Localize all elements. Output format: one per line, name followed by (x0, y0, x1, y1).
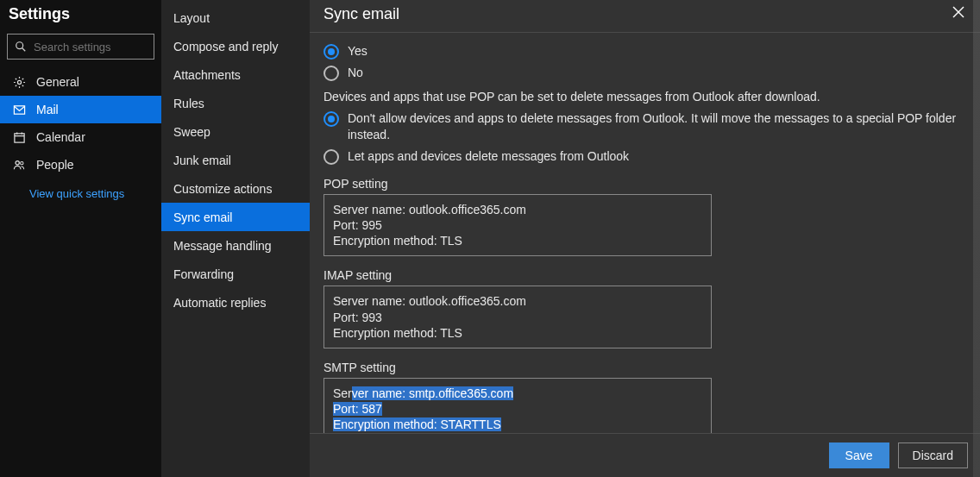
main-title: Sync email (324, 5, 399, 23)
svg-line-1 (22, 48, 26, 52)
radio-yes[interactable]: Yes (324, 43, 966, 60)
close-icon (952, 6, 964, 21)
svg-point-8 (16, 160, 19, 164)
svg-rect-4 (14, 133, 23, 141)
radio-label-pop-allow-delete: Let apps and devices delete messages fro… (348, 148, 629, 165)
nav-label-general: General (36, 75, 79, 89)
pop-description: Devices and apps that use POP can be set… (324, 90, 966, 104)
people-icon (12, 158, 26, 172)
nav-item-general[interactable]: General (0, 68, 161, 96)
mid-item-rules[interactable]: Rules (161, 89, 310, 117)
imap-setting-box: Server name: outlook.office365.com Port:… (324, 286, 712, 348)
footer: Save Discard (310, 433, 980, 477)
smtp-setting-label: SMTP setting (324, 361, 966, 374)
smtp-setting-box[interactable]: Server name: smtp.office365.com Port: 58… (324, 378, 712, 433)
close-button[interactable] (947, 4, 970, 23)
imap-setting-label: IMAP setting (324, 268, 966, 282)
nav-item-people[interactable]: People (0, 151, 161, 179)
radio-label-pop-dont-allow: Don't allow devices and apps to delete m… (348, 110, 966, 143)
smtp-port: Port: 587 (333, 401, 702, 417)
svg-point-9 (20, 161, 22, 164)
radio-icon-checked (324, 44, 339, 60)
radio-no[interactable]: No (324, 65, 966, 81)
pop-port: Port: 995 (333, 217, 702, 233)
radio-icon-checked (324, 111, 339, 127)
mid-item-sweep[interactable]: Sweep (161, 117, 310, 146)
main-body: Yes No Devices and apps that use POP can… (310, 32, 980, 433)
mid-item-layout[interactable]: Layout (161, 3, 310, 32)
nav-item-calendar[interactable]: Calendar (0, 123, 161, 151)
mid-item-automatic-replies[interactable]: Automatic replies (161, 288, 310, 317)
radio-label-no: No (348, 65, 363, 81)
smtp-server: Server name: smtp.office365.com (333, 386, 702, 401)
search-settings-box[interactable] (7, 34, 154, 60)
radio-pop-dont-allow[interactable]: Don't allow devices and apps to delete m… (324, 110, 966, 143)
search-settings-input[interactable] (34, 41, 179, 53)
gear-icon (12, 75, 26, 89)
search-icon (15, 41, 27, 53)
mid-item-sync-email[interactable]: Sync email (161, 203, 310, 231)
mid-item-compose-reply[interactable]: Compose and reply (161, 32, 310, 60)
mid-item-forwarding[interactable]: Forwarding (161, 260, 310, 288)
nav-label-calendar: Calendar (36, 130, 85, 144)
radio-icon-unchecked (324, 149, 339, 165)
scrollbar[interactable] (973, 0, 980, 477)
nav-label-mail: Mail (36, 103, 59, 116)
svg-point-0 (16, 42, 23, 49)
sidebar-mid: Layout Compose and reply Attachments Rul… (161, 0, 310, 477)
imap-server: Server name: outlook.office365.com (333, 293, 702, 309)
pop-server: Server name: outlook.office365.com (333, 202, 702, 217)
mid-item-customize-actions[interactable]: Customize actions (161, 174, 310, 203)
imap-encryption: Encryption method: TLS (333, 325, 702, 341)
settings-title: Settings (0, 0, 161, 30)
view-quick-settings-link[interactable]: View quick settings (0, 179, 161, 200)
pop-encryption: Encryption method: TLS (333, 233, 702, 248)
nav-label-people: People (36, 158, 74, 172)
svg-point-2 (17, 80, 21, 84)
main-header: Sync email (310, 0, 980, 32)
selected-text: ver name: smtp.office365.com (352, 386, 513, 400)
calendar-icon (12, 130, 26, 144)
radio-icon-unchecked (324, 66, 339, 81)
pop-setting-box: Server name: outlook.office365.com Port:… (324, 194, 712, 257)
settings-app: Settings General Mail Calendar (0, 0, 980, 477)
mid-item-message-handling[interactable]: Message handling (161, 231, 310, 260)
mid-item-attachments[interactable]: Attachments (161, 60, 310, 89)
save-button[interactable]: Save (829, 442, 889, 468)
mid-item-junk-email[interactable]: Junk email (161, 146, 310, 174)
mail-icon (12, 103, 26, 116)
discard-button[interactable]: Discard (898, 442, 968, 468)
radio-label-yes: Yes (348, 43, 368, 60)
nav-item-mail[interactable]: Mail (0, 96, 161, 123)
imap-port: Port: 993 (333, 310, 702, 325)
main-panel: Sync email Yes No Devices and apps that … (310, 0, 980, 477)
radio-pop-allow-delete[interactable]: Let apps and devices delete messages fro… (324, 148, 966, 165)
smtp-encryption: Encryption method: STARTTLS (333, 417, 702, 432)
sidebar-left: Settings General Mail Calendar (0, 0, 161, 477)
pop-setting-label: POP setting (324, 177, 966, 191)
